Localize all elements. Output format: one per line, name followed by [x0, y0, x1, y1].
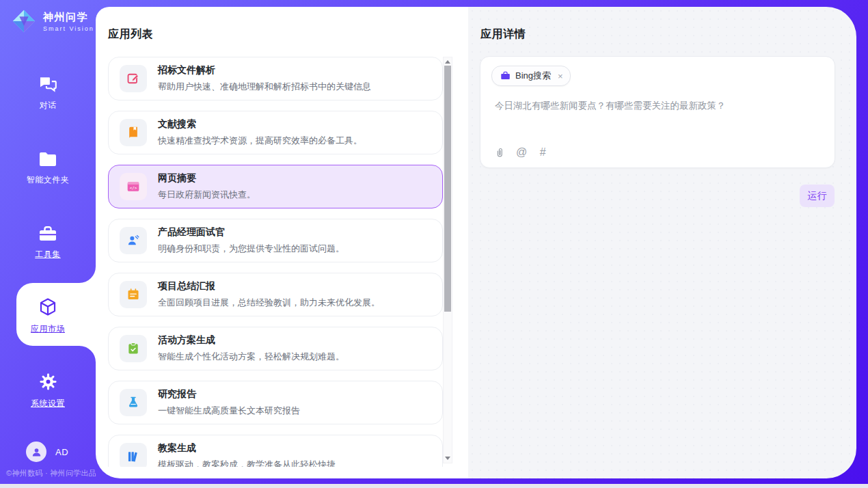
interviewer-icon	[126, 234, 140, 247]
app-icon-tile	[120, 119, 147, 146]
browser-code-icon: </>	[126, 180, 140, 193]
pen-square-icon	[126, 72, 140, 85]
app-list-item[interactable]: 产品经理面试官 明确身份和职责，为您提供专业性的面试问题。	[108, 219, 443, 262]
app-list-item[interactable]: 研究报告 一键智能生成高质量长文本研究报告	[108, 381, 443, 424]
app-icon-tile	[120, 443, 147, 467]
app-detail-title: 应用详情	[480, 27, 526, 42]
app-description: 模板驱动，教案秒成，教学准备从此轻松快捷	[158, 459, 336, 467]
app-name: 活动方案生成	[158, 334, 344, 347]
sidebar-item-chat[interactable]: 对话	[0, 75, 96, 111]
sidebar-footer: ©神州数码 · 神州问学出品	[6, 468, 96, 478]
app-description: 明确身份和职责，为您提供专业性的面试问题。	[158, 243, 344, 255]
scrollbar-thumb[interactable]	[444, 66, 451, 312]
user-row[interactable]: AD	[26, 442, 68, 462]
app-list: 招标文件解析 帮助用户快速、准确地理解和解析招标书中的关键信息 文献搜索 快速精…	[108, 57, 443, 467]
books-icon	[126, 450, 140, 463]
scrollbar[interactable]	[443, 57, 452, 463]
run-button[interactable]: 运行	[800, 185, 835, 207]
query-text: 今日湖北有哪些新闻要点？有哪些需要关注的最新政策？	[495, 99, 821, 113]
sidebar-item-label: 对话	[40, 100, 57, 111]
sidebar-item-label: 智能文件夹	[27, 174, 70, 186]
app-name: 网页摘要	[158, 172, 256, 185]
folder-icon	[38, 151, 57, 170]
app-list-item[interactable]: </> 网页摘要 每日政府新闻资讯快查。	[108, 165, 443, 208]
brand-logo: 神州问学 Smart Vision	[11, 8, 94, 34]
app-icon-tile	[120, 281, 147, 308]
main-panel: 应用列表 招标文件解析 帮助用户快速、准确地理解和解析招标书中的关键信息 文献搜…	[96, 7, 856, 478]
sidebar-item-label: 应用市场	[31, 323, 65, 335]
app-name: 产品经理面试官	[158, 226, 344, 239]
app-description: 每日政府新闻资讯快查。	[158, 189, 256, 201]
brand-name: 神州问学	[43, 11, 94, 24]
app-icon-tile	[120, 65, 147, 92]
app-list-item[interactable]: 项目总结汇报 全面回顾项目进展，总结经验教训，助力未来优化发展。	[108, 273, 443, 316]
app-icon-tile: </>	[120, 173, 147, 200]
app-list-item[interactable]: 活动方案生成 智能生成个性化活动方案，轻松解决规划难题。	[108, 327, 443, 370]
app-name: 研究报告	[158, 388, 300, 401]
app-list-item[interactable]: 招标文件解析 帮助用户快速、准确地理解和解析招标书中的关键信息	[108, 57, 443, 100]
sidebar-item-toolset[interactable]: 工具集	[0, 226, 96, 260]
app-icon-tile	[120, 335, 147, 362]
chat-icon	[38, 75, 58, 96]
app-name: 招标文件解析	[158, 64, 371, 77]
cube-icon	[38, 297, 57, 319]
app-description: 全面回顾项目进展，总结经验教训，助力未来优化发展。	[158, 297, 380, 309]
app-list-item[interactable]: 教案生成 模板驱动，教案秒成，教学准备从此轻松快捷	[108, 435, 443, 467]
svg-text:</>: </>	[130, 186, 137, 190]
research-icon	[126, 396, 140, 409]
tool-tag-label: Bing搜索	[515, 70, 551, 82]
scroll-up-icon[interactable]	[445, 60, 450, 64]
clipboard-check-icon	[126, 342, 140, 355]
sidebar-item-label: 工具集	[35, 249, 61, 260]
gear-icon	[39, 372, 57, 394]
calendar-icon	[126, 288, 140, 301]
hash-icon[interactable]: #	[537, 146, 548, 159]
sidebar-item-settings[interactable]: 系统设置	[0, 372, 96, 409]
app-description: 快速精准查找学术资源，提高研究效率的必备工具。	[158, 135, 362, 147]
sidebar-item-app-market[interactable]: 应用市场	[0, 297, 96, 335]
app-icon-tile	[120, 389, 147, 416]
prompt-composer[interactable]: Bing搜索 × 今日湖北有哪些新闻要点？有哪些需要关注的最新政策？ @#	[480, 56, 835, 168]
tool-tag-bing-search[interactable]: Bing搜索 ×	[491, 66, 571, 86]
toolbox-icon	[38, 226, 57, 245]
app-icon-tile	[120, 227, 147, 254]
sidebar-item-smart-folders[interactable]: 智能文件夹	[0, 151, 96, 186]
scroll-down-icon[interactable]	[445, 457, 450, 460]
app-description: 一键智能生成高质量长文本研究报告	[158, 405, 300, 417]
brand-subtitle: Smart Vision	[43, 25, 94, 32]
mention-icon[interactable]: @	[516, 146, 527, 159]
app-list-title: 应用列表	[108, 27, 153, 42]
avatar[interactable]	[26, 442, 46, 462]
sidebar-item-label: 系统设置	[31, 398, 65, 409]
app-list-panel: 应用列表 招标文件解析 帮助用户快速、准确地理解和解析招标书中的关键信息 文献搜…	[96, 7, 468, 478]
app-detail-panel: 应用详情 Bing搜索 × 今日湖北有哪些新闻要点？有哪些需要关注的最新政策？ …	[468, 7, 856, 478]
briefcase-icon	[500, 71, 511, 81]
app-description: 智能生成个性化活动方案，轻松解决规划难题。	[158, 351, 344, 363]
app-name: 项目总结汇报	[158, 280, 380, 293]
attachment-icon[interactable]	[494, 147, 506, 159]
app-name: 文献搜索	[158, 118, 362, 131]
close-icon[interactable]: ×	[558, 71, 563, 81]
user-name: AD	[55, 447, 68, 457]
composer-toolbar: @#	[494, 146, 548, 159]
app-list-item[interactable]: 文献搜索 快速精准查找学术资源，提高研究效率的必备工具。	[108, 111, 443, 154]
app-name: 教案生成	[158, 442, 336, 455]
brand-logo-icon	[11, 8, 37, 34]
app-description: 帮助用户快速、准确地理解和解析招标书中的关键信息	[158, 81, 371, 93]
book-icon	[126, 126, 140, 139]
